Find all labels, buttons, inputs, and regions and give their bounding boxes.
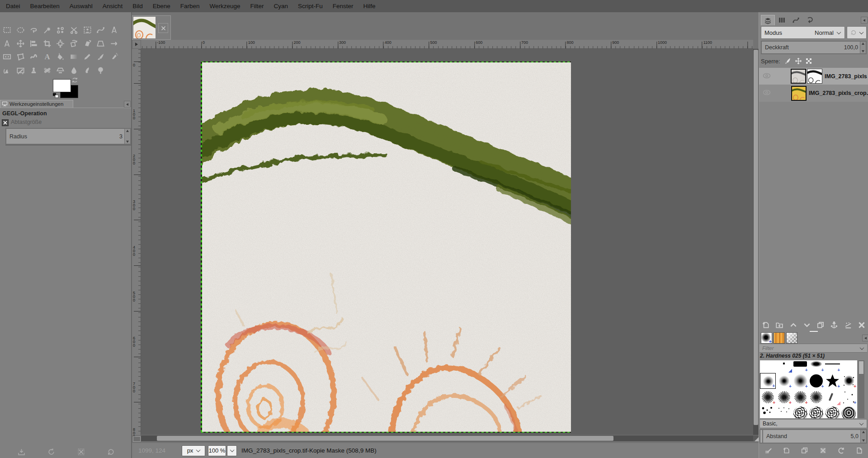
brush-item[interactable]: +: [760, 389, 776, 405]
brush-item[interactable]: [825, 389, 840, 405]
tool-airbrush[interactable]: [108, 51, 120, 63]
new-brush-button[interactable]: [783, 447, 790, 456]
dock-tab-paths[interactable]: [789, 15, 803, 25]
brush-item[interactable]: [793, 406, 808, 418]
close-image-button[interactable]: [158, 23, 168, 33]
new-layer-button[interactable]: [762, 321, 770, 331]
tab-tool-options[interactable]: Werkzeugeinstellungen: [0, 100, 73, 108]
brush-item[interactable]: +: [825, 360, 840, 373]
brush-item[interactable]: +: [776, 389, 792, 405]
image-tab[interactable]: [132, 15, 171, 40]
tool-ink[interactable]: [1, 64, 13, 76]
lock-position-icon[interactable]: [795, 57, 802, 65]
tool-perspective[interactable]: [94, 38, 107, 50]
raise-layer-button[interactable]: [789, 321, 797, 331]
canvas-image[interactable]: [201, 62, 571, 432]
duplicate-layer-button[interactable]: [816, 321, 825, 331]
brush-item[interactable]: [841, 406, 857, 418]
brush-tag-dropdown[interactable]: Basic,: [760, 419, 867, 428]
menu-filter[interactable]: Filter: [245, 0, 269, 12]
tool-paths[interactable]: [94, 24, 107, 36]
mode-extra-buttons[interactable]: [847, 26, 867, 39]
brush-item[interactable]: +: [760, 373, 776, 389]
navigation-preview-button[interactable]: [753, 435, 759, 441]
opacity-spinner[interactable]: [860, 42, 866, 53]
horizontal-ruler[interactable]: -100010020030040050060070080090010001100: [141, 40, 753, 49]
brush-item[interactable]: [825, 406, 840, 418]
brush-grid[interactable]: +++++++++++++: [760, 360, 857, 418]
tool-crop[interactable]: [41, 38, 53, 50]
brush-item[interactable]: +: [793, 360, 808, 373]
menu-bearbeiten[interactable]: Bearbeiten: [25, 0, 65, 12]
tool-clone[interactable]: [28, 64, 40, 76]
brush-item[interactable]: +: [841, 373, 857, 389]
opacity-slider[interactable]: Deckkraft 100,0: [761, 41, 867, 54]
radius-spinner[interactable]: [124, 129, 130, 144]
tool-shear[interactable]: [81, 38, 94, 50]
layer-thumbnail[interactable]: [791, 69, 806, 84]
tool-perspective-clone[interactable]: [54, 64, 66, 76]
vertical-ruler[interactable]: 0100200300400500600700800: [132, 49, 141, 435]
brush-item[interactable]: +: [808, 373, 824, 389]
layer-row-2[interactable]: IMG_2783_pixls_crop.: [759, 85, 868, 102]
brush-item[interactable]: +: [776, 373, 792, 389]
brush-item[interactable]: +: [793, 389, 808, 405]
menu-fenster[interactable]: Fenster: [328, 0, 359, 12]
ruler-origin-button[interactable]: [132, 40, 141, 49]
layer-thumbnail[interactable]: [791, 86, 807, 101]
reset-tool-preset-icon[interactable]: [107, 448, 115, 456]
brush-item[interactable]: [776, 360, 792, 373]
lock-alpha-icon[interactable]: [805, 57, 812, 65]
layer-mode-dropdown[interactable]: Modus Normal: [761, 26, 845, 39]
visibility-eye-icon[interactable]: [763, 89, 772, 97]
collapse-tool-options-button[interactable]: [124, 101, 131, 108]
menu-bild[interactable]: Bild: [127, 0, 148, 12]
delete-layer-button[interactable]: [858, 321, 866, 331]
reset-mode-icon[interactable]: [850, 29, 857, 36]
open-brush-image-button[interactable]: [855, 447, 863, 456]
dock-tab-layers[interactable]: [761, 15, 775, 25]
tool-mypaint-brush[interactable]: [14, 64, 27, 76]
horizontal-scrollbar[interactable]: [141, 435, 753, 441]
refresh-brushes-button[interactable]: [837, 447, 845, 456]
lock-pixels-icon[interactable]: [784, 57, 792, 65]
tool-text[interactable]: A: [41, 51, 53, 63]
default-colors-icon[interactable]: [52, 92, 59, 98]
vertical-scrollbar[interactable]: [753, 49, 759, 435]
new-group-button[interactable]: [775, 321, 783, 331]
brush-selector[interactable]: +: [761, 332, 772, 344]
brush-item[interactable]: [808, 406, 824, 418]
brush-item[interactable]: +: [825, 373, 840, 389]
menu-ebene[interactable]: Ebene: [148, 0, 175, 12]
tool-flip-arrow[interactable]: [108, 38, 120, 50]
zoom-level-input[interactable]: 100 %: [208, 445, 226, 456]
tool-compass[interactable]: [1, 38, 13, 50]
menu-auswahl[interactable]: Auswahl: [65, 0, 98, 12]
tool-cage-transform[interactable]: [14, 51, 27, 63]
tool-blur-sharpen[interactable]: [68, 64, 80, 76]
collapse-dock-button[interactable]: [861, 17, 868, 24]
menu-cyan[interactable]: Cyan: [269, 0, 293, 12]
brush-item[interactable]: +: [793, 373, 808, 389]
layer-row-1[interactable]: IMG_2783_pixls: [759, 68, 868, 85]
lower-layer-button[interactable]: [803, 321, 811, 331]
tool-unified-transform[interactable]: [54, 38, 66, 50]
zoom-dropdown[interactable]: [227, 445, 237, 456]
merge-layer-button[interactable]: [844, 321, 852, 331]
dock-tab-history[interactable]: [803, 15, 817, 25]
tool-align[interactable]: [28, 38, 40, 50]
tool-paintbrush[interactable]: [94, 51, 107, 63]
brush-item[interactable]: [808, 389, 824, 405]
tool-measure[interactable]: [108, 24, 120, 36]
quick-mask-toggle[interactable]: [133, 436, 141, 442]
menu-werkzeuge[interactable]: Werkzeuge: [204, 0, 245, 12]
brush-item[interactable]: +: [808, 360, 824, 373]
tool-bucket-fill[interactable]: [54, 51, 66, 63]
tool-foreground-select[interactable]: [81, 24, 94, 36]
tool-ellipse-select[interactable]: [14, 24, 27, 36]
brush-item[interactable]: [776, 406, 792, 418]
pattern-selector[interactable]: [774, 332, 785, 344]
layer-mask-thumbnail[interactable]: [807, 69, 822, 84]
tool-scissors-select[interactable]: [68, 24, 80, 36]
brush-filter-input[interactable]: Filter: [760, 344, 867, 353]
